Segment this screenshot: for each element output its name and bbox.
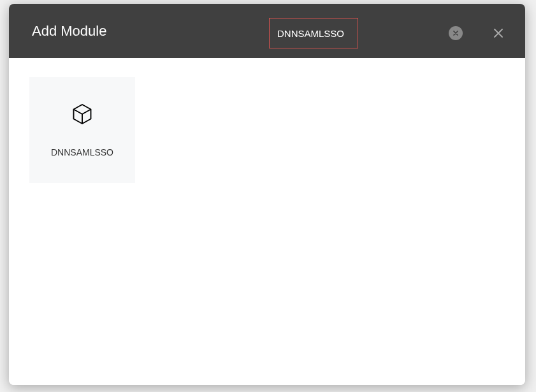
clear-search-button[interactable]: [449, 26, 463, 40]
cube-icon: [71, 103, 94, 128]
modal-title: Add Module: [32, 23, 106, 40]
add-module-modal: Add Module DNNSAMLSSO: [9, 4, 525, 385]
close-button[interactable]: [489, 24, 507, 42]
module-card[interactable]: DNNSAMLSSO: [29, 77, 135, 183]
search-input[interactable]: [269, 18, 358, 48]
close-icon: [493, 27, 504, 39]
clear-icon: [452, 29, 460, 37]
modal-header: Add Module: [9, 4, 525, 58]
module-label: DNNSAMLSSO: [51, 147, 113, 157]
modal-body: DNNSAMLSSO: [9, 58, 525, 385]
